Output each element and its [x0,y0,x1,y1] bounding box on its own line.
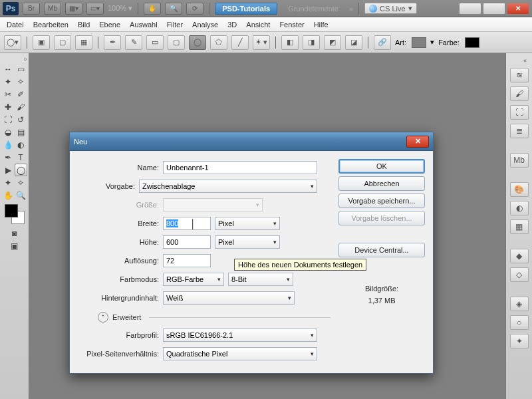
resolution-input[interactable] [163,254,211,267]
workspace-tab-active[interactable]: PSD-Tutorials [215,3,277,15]
history-brush-icon[interactable]: ↺ [15,113,27,126]
workspace-tab[interactable]: Grundelemente [281,3,345,14]
dialog-close[interactable]: ✕ [406,136,429,148]
mini-bridge-launcher[interactable]: Mb [44,3,61,15]
mode-select[interactable]: RGB-Farbe [163,273,224,286]
window-close[interactable]: ✕ [507,3,529,15]
3d-camera-icon[interactable]: ✧ [15,176,27,189]
eraser-icon[interactable]: ◒ [2,126,15,138]
zoom-tool-icon[interactable]: 🔍 [15,189,27,201]
combine-exclude-icon[interactable]: ◪ [345,35,362,50]
layers-icon[interactable]: ≣ [510,124,529,138]
window-minimize[interactable]: ─ [459,3,481,15]
height-input[interactable] [163,235,211,249]
lock-icon[interactable]: 🔗 [374,35,391,50]
lasso-icon[interactable]: ✦ [2,75,15,88]
paths-icon[interactable]: ▢ [54,35,71,50]
ellipse-icon[interactable]: ◯ [189,35,206,50]
fg-color[interactable] [5,204,18,217]
ok-button[interactable]: OK [338,159,425,174]
mb-panel-icon[interactable]: Mb [510,153,529,168]
rectangle-icon[interactable]: ▭ [146,35,164,50]
move-icon[interactable]: ↔ [2,63,15,75]
custom-shape-icon[interactable]: ✶ ▾ [253,35,270,50]
swatches-panel-icon[interactable]: 🎨 [510,182,529,197]
cs-live-button[interactable]: CS Live ▾ [364,3,417,14]
rotate-view-icon[interactable]: ⟳ [186,3,203,15]
pen-tool-icon[interactable]: ✒ [2,151,15,164]
paths-panel-icon[interactable]: ◇ [510,267,529,282]
type-icon[interactable]: T [15,151,27,164]
history-panel-icon[interactable]: ◈ [510,297,529,311]
stamp-icon[interactable]: ⛶ [2,113,15,126]
menu-help[interactable]: Hilfe [314,21,329,29]
depth-select[interactable]: 8-Bit [228,273,293,286]
actions-panel-icon[interactable]: ✦ [510,334,529,348]
device-central-button[interactable]: Device Central... [338,243,425,257]
color-panel-icon[interactable]: ○ [510,315,529,330]
menu-3d[interactable]: 3D [227,21,237,29]
preset-select[interactable]: Zwischenablage [139,180,317,193]
menu-edit[interactable]: Bearbeiten [33,21,68,29]
cancel-button[interactable]: Abbrechen [338,176,425,191]
menu-filter[interactable]: Filter [167,21,183,29]
height-unit-select[interactable]: Pixel [215,235,280,249]
menu-window[interactable]: Fenster [279,21,304,29]
fill-pixels-icon[interactable]: ▦ [75,35,92,50]
color-swatches[interactable] [5,204,25,224]
shape-tool-icon[interactable]: ◯ [15,164,27,176]
width-input[interactable]: 800│ [163,217,211,230]
blur-icon[interactable]: 💧 [2,138,15,151]
eyedropper-icon[interactable]: ✐ [15,88,27,100]
clone-source-icon[interactable]: ⛶ [510,105,529,120]
rounded-rect-icon[interactable]: ▢ [168,35,185,50]
menu-file[interactable]: Datei [7,21,24,29]
dodge-icon[interactable]: ◐ [15,138,27,151]
preset-panel-icon[interactable]: ▦ [510,219,529,234]
gradient-icon[interactable]: ▤ [15,126,27,138]
window-maximize[interactable]: ☐ [483,3,505,15]
brush-icon[interactable]: 🖌 [15,100,27,113]
freeform-pen-icon[interactable]: ✎ [125,35,142,50]
crop-icon[interactable]: ✂ [2,88,15,100]
profile-select[interactable]: sRGB IEC61966-2.1 [163,329,317,342]
3d-icon[interactable]: ✦ [2,176,15,189]
pen-icon[interactable]: ✒ [104,35,121,50]
path-select-icon[interactable]: ▶ [2,164,15,176]
menu-select[interactable]: Auswahl [130,21,158,29]
advanced-toggle[interactable]: ⌃ Erweitert [98,312,331,323]
zoom-icon[interactable]: 🔍 [165,3,182,15]
hand-icon[interactable]: ✋ [144,3,161,15]
screen-mode-icon[interactable]: ▭▾ [86,3,104,15]
shape-layers-icon[interactable]: ▣ [33,35,50,50]
screen-mode2-icon[interactable]: ▣ [8,239,21,252]
brushes-icon[interactable]: 🖌 [510,86,529,101]
current-tool-icon[interactable]: ◯▾ [4,35,21,50]
bridge-launcher[interactable]: Br [23,3,40,15]
save-preset-button[interactable]: Vorgabe speichern... [338,194,425,208]
bg-select[interactable]: Weiß [163,291,295,305]
hand-tool-icon[interactable]: ✋ [2,189,15,201]
chevron-right-icon[interactable]: » [349,5,353,13]
name-input[interactable] [163,161,317,174]
zoom-readout[interactable]: 100% ▾ [108,4,132,13]
adjustments-icon[interactable]: ≋ [510,68,529,82]
styles-panel-icon[interactable]: ◐ [510,201,529,215]
wand-icon[interactable]: ✧ [15,75,27,88]
color-swatch[interactable] [465,37,479,48]
pixel-ratio-select[interactable]: Quadratische Pixel [163,347,317,360]
channels-panel-icon[interactable]: ◆ [510,249,529,263]
line-icon[interactable]: ╱ [231,35,249,50]
heal-icon[interactable]: ✚ [2,100,15,113]
marquee-icon[interactable]: ▭ [15,63,27,75]
menu-layer[interactable]: Ebene [99,21,120,29]
polygon-icon[interactable]: ⬠ [210,35,227,50]
menu-analysis[interactable]: Analyse [192,21,218,29]
width-unit-select[interactable]: Pixel [215,217,280,230]
dialog-titlebar[interactable]: Neu ✕ [70,132,433,151]
menu-image[interactable]: Bild [78,21,90,29]
combine-intersect-icon[interactable]: ◩ [324,35,341,50]
arrange-docs-icon[interactable]: ▦▾ [65,3,82,15]
menu-view[interactable]: Ansicht [246,21,270,29]
style-swatch[interactable] [412,37,426,48]
